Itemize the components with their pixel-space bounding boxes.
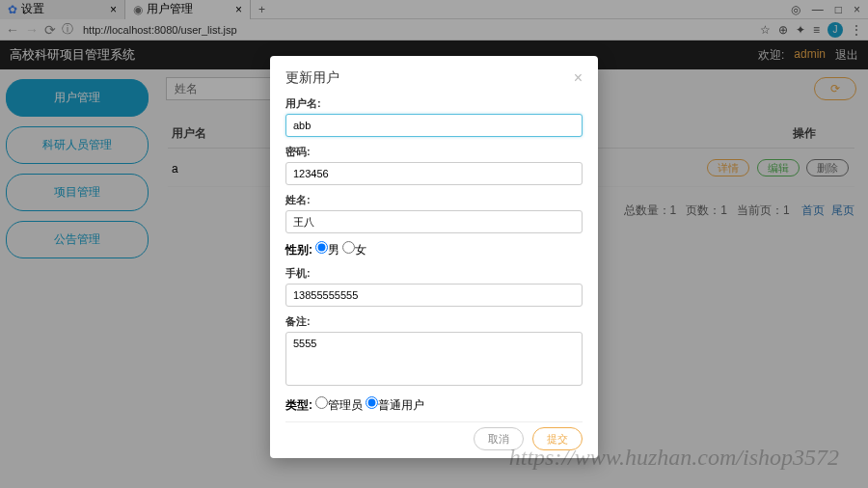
modal-backdrop[interactable]: 更新用户 × 用户名: 密码: 姓名: 性别: 男 女 手机: 备注: 5555 [0, 0, 868, 488]
submit-button[interactable]: 提交 [532, 427, 583, 450]
username-input[interactable] [285, 114, 583, 137]
update-user-modal: 更新用户 × 用户名: 密码: 姓名: 性别: 男 女 手机: 备注: 5555 [270, 56, 598, 458]
type-normal-radio[interactable] [366, 396, 378, 409]
username-label: 用户名: [285, 96, 583, 111]
name-input[interactable] [285, 210, 583, 233]
remark-label: 备注: [285, 314, 583, 329]
phone-input[interactable] [285, 284, 583, 307]
modal-title: 更新用户 [285, 69, 339, 87]
cancel-button[interactable]: 取消 [474, 427, 524, 450]
password-label: 密码: [285, 145, 583, 159]
type-admin-radio[interactable] [315, 396, 328, 409]
type-label: 类型: [285, 398, 312, 412]
remark-input[interactable]: 5555 [285, 332, 583, 386]
password-input[interactable] [285, 162, 583, 185]
modal-close-icon[interactable]: × [574, 69, 583, 87]
name-label: 姓名: [285, 193, 583, 207]
phone-label: 手机: [285, 266, 583, 281]
gender-label: 性别: [285, 243, 312, 257]
gender-male-radio[interactable] [315, 241, 328, 254]
gender-female-radio[interactable] [342, 241, 355, 254]
